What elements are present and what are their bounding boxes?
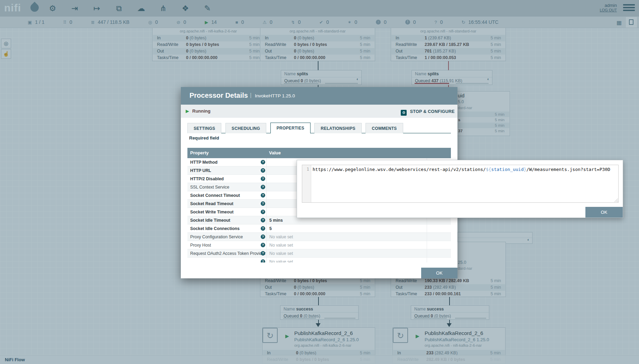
help-icon[interactable]: ? — [261, 226, 265, 231]
line-number-gutter: 1 — [302, 165, 311, 202]
help-icon[interactable]: ? — [261, 160, 265, 164]
dialog-ok-button[interactable]: OK — [421, 268, 457, 278]
resize-handle[interactable] — [614, 198, 618, 202]
editor-ok-button[interactable]: OK — [585, 207, 623, 218]
processor-type-version: InvokeHTTP 1.25.0 — [255, 93, 295, 98]
dialog-status-row: ▶ Running ⚙ STOP & CONFIGURE — [181, 105, 457, 118]
tab-settings[interactable]: SETTINGS — [187, 123, 221, 133]
tab-relationships[interactable]: RELATIONSHIPS — [314, 123, 361, 133]
property-row: Socket Idle Connections?5 — [187, 224, 451, 233]
tab-comments[interactable]: COMMENTS — [365, 123, 403, 133]
help-icon[interactable]: ? — [261, 176, 265, 181]
help-icon[interactable]: ? — [261, 259, 265, 262]
help-icon[interactable]: ? — [261, 251, 265, 256]
property-value-cell[interactable]: No value set — [266, 233, 427, 241]
stop-and-configure-button[interactable]: ⚙ STOP & CONFIGURE — [401, 108, 455, 116]
editor-code-line[interactable]: https://www.pegelonline.wsv.de/webservic… — [313, 167, 617, 172]
property-row: Request OAuth2 Access Token Provider?No … — [187, 249, 451, 258]
dialog-title: Processor Details — [189, 92, 248, 99]
help-icon[interactable]: ? — [261, 218, 265, 222]
title-separator: | — [250, 92, 251, 99]
property-value-cell[interactable]: No value set — [266, 249, 427, 257]
help-icon[interactable]: ? — [261, 201, 265, 206]
help-icon[interactable]: ? — [261, 210, 265, 214]
dialog-header: Processor Details | InvokeHTTP 1.25.0 — [181, 87, 457, 105]
dialog-tabs: SETTINGS SCHEDULING PROPERTIES RELATIONS… — [187, 123, 451, 133]
value-column-header: Value — [269, 150, 281, 155]
stop-configure-gear-icon: ⚙ — [401, 110, 407, 116]
help-icon[interactable]: ? — [261, 185, 265, 189]
running-play-icon: ▶ — [186, 108, 189, 114]
properties-table-header: Property Value — [187, 148, 451, 158]
tab-scheduling[interactable]: SCHEDULING — [225, 123, 266, 133]
expression-editor[interactable]: 1 https://www.pegelonline.wsv.de/webserv… — [302, 165, 619, 203]
property-column-header: Property — [190, 150, 209, 155]
help-icon[interactable]: ? — [261, 168, 265, 173]
help-icon[interactable]: ? — [261, 243, 265, 247]
tab-properties[interactable]: PROPERTIES — [270, 123, 311, 133]
help-icon[interactable]: ? — [261, 193, 265, 198]
run-state-label: Running — [192, 108, 211, 114]
property-row: ?No value set — [187, 258, 451, 262]
property-value-cell[interactable]: 5 — [266, 224, 427, 232]
property-value-cell[interactable]: No value set — [266, 258, 427, 262]
property-row: Proxy Host?No value set — [187, 241, 451, 249]
property-row: Proxy Configuration Service?No value set — [187, 233, 451, 241]
property-value-editor-popup: 1 https://www.pegelonline.wsv.de/webserv… — [297, 160, 623, 218]
property-value-cell[interactable]: No value set — [266, 241, 427, 249]
required-field-note: Required field — [189, 135, 219, 141]
help-icon[interactable]: ? — [261, 234, 265, 239]
